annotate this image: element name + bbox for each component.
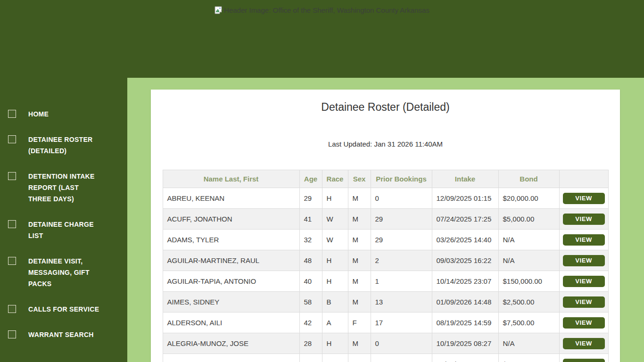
cell-bond: $2,500.00 <box>498 354 559 362</box>
sidebar-item-home[interactable]: HOME <box>0 108 127 120</box>
cell-prior-bookings: 0 <box>371 188 432 209</box>
col-header-actions <box>559 170 608 188</box>
cell-sex: M <box>348 250 371 271</box>
cell-age: 29 <box>299 188 322 209</box>
cell-bond: $150,000.00 <box>498 271 559 292</box>
col-header-intake: Intake <box>432 170 498 188</box>
cell-intake: 08/19/2025 14:59 <box>432 313 498 333</box>
table-row: ABREU, KEENAN29HM012/09/2025 01:15$20,00… <box>163 188 608 209</box>
sidebar-item-label: WARRANT SEARCH <box>28 331 94 338</box>
cell-age: 40 <box>299 271 322 292</box>
broken-image-icon <box>215 6 223 14</box>
sidebar-item-detainee-charge-list[interactable]: DETAINEE CHARGE LIST <box>0 219 127 241</box>
cell-actions: VIEW <box>559 313 608 333</box>
col-header-sex: Sex <box>348 170 371 188</box>
view-button[interactable]: VIEW <box>563 359 605 362</box>
cell-sex: F <box>348 313 371 333</box>
cell-bond: N/A <box>498 333 559 354</box>
cell-name: AGUILAR-TAPIA, ANTONIO <box>163 271 299 292</box>
cell-intake: 01/15/2026 12:43 <box>432 354 498 362</box>
cell-race: W <box>322 230 348 250</box>
cell-sex: M <box>348 271 371 292</box>
sidebar-item-label: DETAINEE ROSTER (DETAILED) <box>28 136 92 155</box>
cell-race: A <box>322 313 348 333</box>
col-header-age: Age <box>299 170 322 188</box>
cell-sex: M <box>348 292 371 313</box>
cell-actions: VIEW <box>559 209 608 230</box>
sidebar-item-label: DETAINEE CHARGE LIST <box>28 221 94 239</box>
cell-name: AGUILAR-MARTINEZ, RAUL <box>163 250 299 271</box>
cell-race: B <box>322 292 348 313</box>
sidebar-item-detainee-roster-detailed[interactable]: DETAINEE ROSTER (DETAILED) <box>0 134 127 156</box>
cell-prior-bookings: 2 <box>371 250 432 271</box>
broken-nav-image-icon <box>8 172 16 180</box>
view-button[interactable]: VIEW <box>563 276 605 287</box>
cell-bond: N/A <box>498 230 559 250</box>
view-button[interactable]: VIEW <box>563 338 605 349</box>
cell-race: B <box>322 354 348 362</box>
cell-age: 33 <box>299 354 322 362</box>
detainee-roster-table: Name Last, First Age Race Sex Prior Book… <box>163 170 609 362</box>
cell-intake: 01/09/2026 14:48 <box>432 292 498 313</box>
cell-bond: $2,500.00 <box>498 292 559 313</box>
col-header-prior-bookings: Prior Bookings <box>371 170 432 188</box>
cell-name: ALDERSON, AILI <box>163 313 299 333</box>
sidebar-item-detainee-visit-messaging-gift-packs[interactable]: DETAINEE VISIT, MESSAGING, GIFT PACKS <box>0 255 127 289</box>
cell-bond: $7,500.00 <box>498 313 559 333</box>
broken-nav-image-icon <box>8 257 16 265</box>
table-row: AGUILAR-TAPIA, ANTONIO40HM110/14/2025 23… <box>163 271 608 292</box>
cell-age: 32 <box>299 230 322 250</box>
table-row: ALDERSON, AILI42AF1708/19/2025 14:59$7,5… <box>163 313 608 333</box>
cell-age: 58 <box>299 292 322 313</box>
cell-prior-bookings: 1 <box>371 271 432 292</box>
cell-intake: 09/03/2025 16:22 <box>432 250 498 271</box>
cell-actions: VIEW <box>559 354 608 362</box>
broken-nav-image-icon <box>8 110 16 118</box>
cell-intake: 10/14/2025 23:07 <box>432 271 498 292</box>
cell-name: ALEGRIA-MUNOZ, JOSE <box>163 333 299 354</box>
cell-age: 41 <box>299 209 322 230</box>
view-button[interactable]: VIEW <box>563 214 605 225</box>
cell-age: 28 <box>299 333 322 354</box>
page-title: Detainee Roster (Detailed) <box>151 101 620 114</box>
broken-nav-image-icon <box>8 330 16 338</box>
table-row: ACUFF, JONATHON41WM2907/24/2025 17:25$5,… <box>163 209 608 230</box>
table-row: AIMES, SIDNEY58BM1301/09/2026 14:48$2,50… <box>163 292 608 313</box>
table-row: ALEN, RAELYNN33BF301/15/2026 12:43$2,500… <box>163 354 608 362</box>
broken-nav-image-icon <box>8 135 16 143</box>
view-button[interactable]: VIEW <box>563 317 605 329</box>
cell-age: 48 <box>299 250 322 271</box>
sidebar-item-warrant-search[interactable]: WARRANT SEARCH <box>0 329 127 340</box>
cell-sex: F <box>348 354 371 362</box>
cell-actions: VIEW <box>559 333 608 354</box>
view-button[interactable]: VIEW <box>563 234 605 246</box>
cell-race: H <box>322 188 348 209</box>
sidebar-item-detention-intake-report-last-three-days[interactable]: DETENTION INTAKE REPORT (LAST THREE DAYS… <box>0 171 127 205</box>
sidebar-item-label: DETENTION INTAKE REPORT (LAST THREE DAYS… <box>28 173 95 203</box>
cell-actions: VIEW <box>559 230 608 250</box>
table-header-row: Name Last, First Age Race Sex Prior Book… <box>163 170 608 188</box>
sidebar-item-label: CALLS FOR SERVICE <box>28 305 99 313</box>
cell-name: ACUFF, JONATHON <box>163 209 299 230</box>
cell-intake: 03/26/2025 14:40 <box>432 230 498 250</box>
cell-actions: VIEW <box>559 271 608 292</box>
cell-sex: M <box>348 209 371 230</box>
cell-bond: $20,000.00 <box>498 188 559 209</box>
view-button[interactable]: VIEW <box>563 296 605 308</box>
view-button[interactable]: VIEW <box>563 255 605 266</box>
cell-race: W <box>322 209 348 230</box>
cell-actions: VIEW <box>559 292 608 313</box>
sidebar-nav: HOMEDETAINEE ROSTER (DETAILED)DETENTION … <box>0 0 127 362</box>
header-alt-text: Header Image: Office of the Sheriff, Was… <box>224 6 429 14</box>
cell-intake: 10/19/2025 08:27 <box>432 333 498 354</box>
cell-prior-bookings: 29 <box>371 209 432 230</box>
cell-race: H <box>322 271 348 292</box>
content-area: Detainee Roster (Detailed) Last Updated:… <box>127 78 644 362</box>
view-button[interactable]: VIEW <box>563 193 605 204</box>
cell-bond: $5,000.00 <box>498 209 559 230</box>
sidebar-item-label: DETAINEE VISIT, MESSAGING, GIFT PACKS <box>28 257 90 288</box>
cell-actions: VIEW <box>559 188 608 209</box>
sidebar-item-calls-for-service[interactable]: CALLS FOR SERVICE <box>0 304 127 315</box>
broken-nav-image-icon <box>8 220 16 228</box>
cell-intake: 12/09/2025 01:15 <box>432 188 498 209</box>
